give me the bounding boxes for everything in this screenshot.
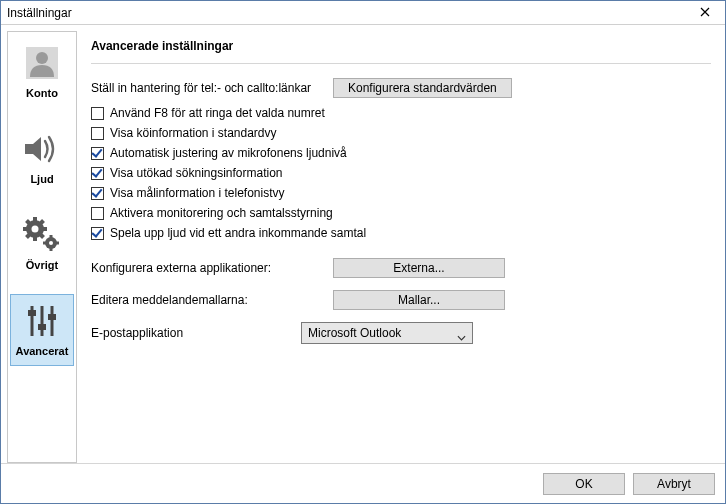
ok-button[interactable]: OK [543,473,625,495]
svg-line-8 [27,221,30,224]
chevron-down-icon [457,330,466,344]
check-f8-dial[interactable]: Använd F8 för att ringa det valda numret [91,106,711,120]
section-title: Avancerade inställningar [91,39,711,53]
configure-defaults-button[interactable]: Konfigurera standardvärden [333,78,512,98]
checkbox-icon [91,127,104,140]
titlebar: Inställningar [1,1,725,25]
account-icon [19,43,65,83]
sidebar-item-label: Övrigt [26,259,58,271]
sidebar-item-konto[interactable]: Konto [10,36,74,108]
templates-label: Editera meddelandemallarna: [91,293,333,307]
svg-line-11 [41,221,44,224]
checkbox-icon [91,107,104,120]
external-apps-button[interactable]: Externa... [333,258,505,278]
checkbox-icon [91,187,104,200]
checkbox-icon [91,227,104,240]
gear-icon [19,215,65,255]
check-monitoring[interactable]: Aktivera monitorering och samtalsstyrnin… [91,206,711,220]
content-panel: Avancerade inställningar Ställ in hanter… [81,31,719,463]
check-label: Aktivera monitorering och samtalsstyrnin… [110,206,333,220]
external-apps-row: Konfigurera externa applikationer: Exter… [91,258,711,278]
sidebar-item-ljud[interactable]: Ljud [10,122,74,194]
window-body: Konto Ljud [1,25,725,463]
sliders-icon [19,301,65,341]
check-label: Visa köinformation i standardvy [110,126,277,140]
sidebar: Konto Ljud [7,31,77,463]
sound-icon [19,129,65,169]
templates-button[interactable]: Mallar... [333,290,505,310]
check-label: Använd F8 för att ringa det valda numret [110,106,325,120]
checkbox-group: Använd F8 för att ringa det valda numret… [91,106,711,240]
check-label: Spela upp ljud vid ett andra inkommande … [110,226,366,240]
svg-point-3 [32,226,39,233]
svg-rect-21 [28,310,36,316]
email-app-select[interactable]: Microsoft Outlook [301,322,473,344]
email-app-label: E-postapplikation [91,326,301,340]
check-second-call-sound[interactable]: Spela upp ljud vid ett andra inkommande … [91,226,711,240]
svg-line-9 [41,235,44,238]
external-apps-label: Konfigurera externa applikationer: [91,261,333,275]
svg-rect-23 [48,314,56,320]
tel-handling-label: Ställ in hantering för tel:- och callto:… [91,81,333,95]
check-label: Visa målinformation i telefonistvy [110,186,285,200]
check-auto-mic[interactable]: Automatisk justering av mikrofonens ljud… [91,146,711,160]
svg-point-1 [36,52,48,64]
check-label: Automatisk justering av mikrofonens ljud… [110,146,347,160]
check-extended-search[interactable]: Visa utökad sökningsinformation [91,166,711,180]
email-app-row: E-postapplikation Microsoft Outlook [91,322,711,344]
tel-handling-row: Ställ in hantering för tel:- och callto:… [91,78,711,98]
templates-row: Editera meddelandemallarna: Mallar... [91,290,711,310]
divider [91,63,711,64]
sidebar-item-avancerat[interactable]: Avancerat [10,294,74,366]
sidebar-item-ovrigt[interactable]: Övrigt [10,208,74,280]
sidebar-item-label: Ljud [30,173,53,185]
check-label: Visa utökad sökningsinformation [110,166,283,180]
sidebar-item-label: Konto [26,87,58,99]
close-button[interactable] [685,2,725,24]
checkbox-icon [91,147,104,160]
svg-point-13 [49,241,53,245]
checkbox-icon [91,207,104,220]
cancel-button[interactable]: Avbryt [633,473,715,495]
sidebar-item-label: Avancerat [16,345,69,357]
window-title: Inställningar [7,6,685,20]
checkbox-icon [91,167,104,180]
svg-rect-22 [38,324,46,330]
check-queue-info[interactable]: Visa köinformation i standardvy [91,126,711,140]
check-target-info[interactable]: Visa målinformation i telefonistvy [91,186,711,200]
close-icon [700,6,710,20]
svg-line-10 [27,235,30,238]
email-app-value: Microsoft Outlook [308,326,401,340]
footer: OK Avbryt [1,463,725,503]
settings-window: Inställningar Konto [0,0,726,504]
